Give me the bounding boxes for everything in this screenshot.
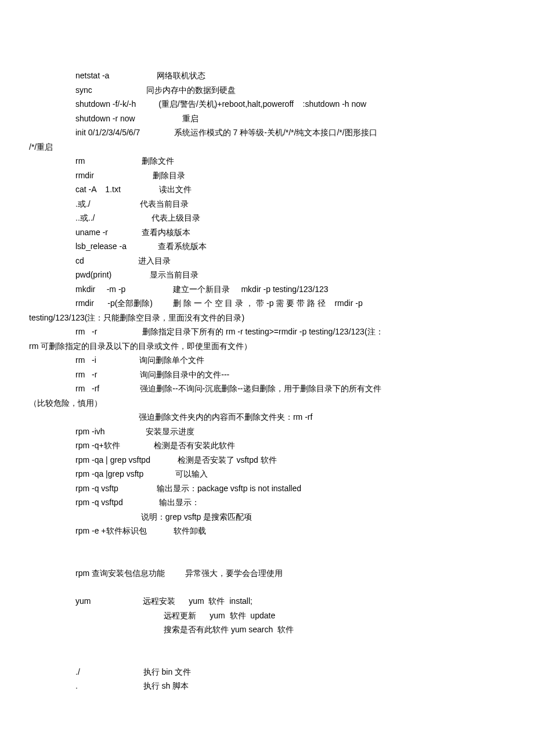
text-line: rpm -e +软件标识包 软件卸载 [75, 524, 505, 538]
text-line: yum 远程安装 yum 软件 install; [75, 594, 505, 609]
blank-line [29, 651, 505, 665]
blank-line [29, 552, 505, 566]
text-line: shutdown -f/-k/-h (重启/警告/关机)+reboot,halt… [75, 97, 505, 111]
document-content: netstat -a 网络联机状态sync 同步内存中的数据到硬盘shutdow… [29, 69, 505, 693]
text-line: rpm -q+软件 检测是否有安装此软件 [75, 438, 505, 453]
text-line: rm -r 删除指定目录下所有的 rm -r testing>=rmdir -p… [75, 325, 505, 339]
blank-line [29, 538, 505, 552]
text-line: lsb_release -a 查看系统版本 [75, 239, 505, 254]
text-line: 搜索是否有此软件 yum search 软件 [164, 622, 505, 637]
text-line: testing/123/123(注：只能删除空目录，里面没有文件的目录) [29, 311, 505, 325]
text-line: /*/重启 [29, 140, 505, 154]
text-line: rm 删除文件 [75, 154, 505, 168]
text-line: （比较危险，慎用） [29, 396, 505, 411]
text-line: mkdir -m -p 建立一个新目录 mkdir -p testing/123… [75, 282, 505, 297]
text-line: sync 同步内存中的数据到硬盘 [75, 83, 505, 98]
text-line: shutdown -r now 重启 [75, 111, 505, 126]
text-line: rm 可删除指定的目录及以下的目录或文件，即使里面有文件） [29, 339, 505, 354]
text-line: rmdir 删除目录 [75, 168, 505, 183]
document-page: netstat -a 网络联机状态sync 同步内存中的数据到硬盘shutdow… [0, 0, 534, 756]
text-line: cd 进入目录 [75, 254, 505, 268]
text-line: pwd(print) 显示当前目录 [75, 268, 505, 282]
text-line: rmdir -p(全部删除) 删 除 一 个 空 目 录 ， 带 -p 需 要 … [75, 296, 505, 311]
text-line: ..或../ 代表上级目录 [75, 211, 505, 225]
blank-line [29, 637, 505, 651]
text-line: 说明：grep vsftp 是搜索匹配项 [75, 510, 505, 524]
text-line: rpm -qa | grep vsftpd 检测是否安装了 vsftpd 软件 [75, 453, 505, 467]
text-line: 远程更新 yum 软件 update [164, 609, 505, 623]
text-line: rpm -q vsftp 输出显示：package vsftp is not i… [75, 481, 505, 496]
text-line: rpm -qa |grep vsftp 可以输入 [75, 467, 505, 481]
text-line: netstat -a 网络联机状态 [75, 69, 505, 83]
text-line: . 执行 sh 脚本 [75, 679, 505, 693]
text-line: rpm -q vsftpd 输出显示： [75, 495, 505, 510]
text-line: ./ 执行 bin 文件 [75, 665, 505, 679]
text-line: 强迫删除文件夹内的内容而不删除文件夹：rm -rf [75, 410, 505, 424]
text-line: .或./ 代表当前目录 [75, 197, 505, 211]
text-line: rm -rf 强迫删除--不询问-沉底删除--递归删除，用于删除目录下的所有文件 [75, 381, 505, 396]
text-line: rpm -ivh 安装显示进度 [75, 424, 505, 439]
blank-line [29, 580, 505, 594]
text-line: uname -r 查看内核版本 [75, 225, 505, 240]
text-line: rpm 查询安装包信息功能 异常强大，要学会合理使用 [75, 566, 505, 581]
text-line: rm -r 询问删除目录中的文件--- [75, 368, 505, 382]
text-line: init 0/1/2/3/4/5/6/7 系统运作模式的 7 种等级-关机/*/… [75, 125, 505, 140]
text-line: cat -A 1.txt 读出文件 [75, 182, 505, 197]
text-line: rm -i 询问删除单个文件 [75, 353, 505, 368]
